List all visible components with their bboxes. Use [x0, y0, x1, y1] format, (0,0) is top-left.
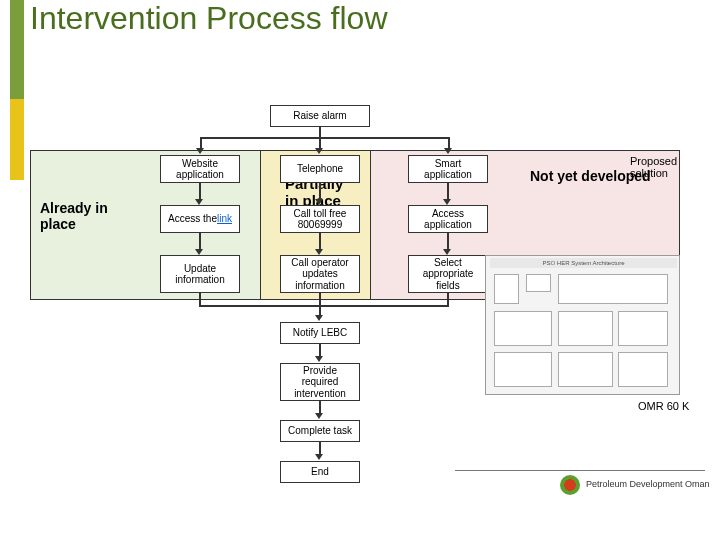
arrow-icon — [315, 148, 323, 154]
node-end: End — [280, 461, 360, 483]
divider — [455, 470, 705, 471]
node-raise-alarm: Raise alarm — [270, 105, 370, 127]
pdo-logo-text: Petroleum Development Oman — [586, 480, 710, 490]
arrow-icon — [444, 148, 452, 154]
connector — [199, 293, 201, 305]
node-call-operator-updates: Call operator updates information — [280, 255, 360, 293]
node-access-link: Access the link — [160, 205, 240, 233]
arch-box — [618, 311, 668, 346]
arrow-icon — [315, 315, 323, 321]
pdo-logo: Petroleum Development Oman — [560, 475, 710, 495]
connector — [199, 305, 449, 307]
arch-box — [558, 311, 613, 346]
arrow-icon — [315, 356, 323, 362]
label-already-in-place: Already in place — [40, 200, 108, 232]
arch-title: PSO HER System Architecture — [490, 258, 677, 268]
label-proposed-solution: Proposed solution — [630, 155, 677, 179]
arch-box — [526, 274, 551, 292]
arch-box — [618, 352, 668, 387]
connector — [319, 293, 321, 317]
node-access-application: Access application — [408, 205, 488, 233]
connector — [447, 293, 449, 305]
cost-label: OMR 60 K — [638, 400, 689, 412]
arch-box — [494, 274, 519, 304]
arch-box — [494, 311, 552, 346]
node-website-application: Website application — [160, 155, 240, 183]
architecture-image: PSO HER System Architecture — [485, 255, 680, 395]
node-select-fields: Select appropriate fields — [408, 255, 488, 293]
node-provide-intervention: Provide required intervention — [280, 363, 360, 401]
pdo-logo-mark — [560, 475, 580, 495]
node-call-toll-free: Call toll free 80069999 — [280, 205, 360, 233]
connector — [319, 127, 321, 137]
arch-box — [558, 274, 668, 304]
page-title: Intervention Process flow — [30, 2, 388, 36]
arrow-icon — [196, 148, 204, 154]
arrow-icon — [315, 413, 323, 419]
node-complete-task: Complete task — [280, 420, 360, 442]
flow-diagram: Already in place Partially in place Not … — [0, 100, 720, 530]
access-link-text: Access the — [168, 213, 217, 225]
node-notify-lebc: Notify LEBC — [280, 322, 360, 344]
arch-box — [494, 352, 552, 387]
arrow-icon — [315, 454, 323, 460]
connector — [200, 137, 450, 139]
access-link-link[interactable]: link — [217, 213, 232, 225]
node-smart-application: Smart application — [408, 155, 488, 183]
arch-box — [558, 352, 613, 387]
node-update-information: Update information — [160, 255, 240, 293]
node-telephone: Telephone — [280, 155, 360, 183]
